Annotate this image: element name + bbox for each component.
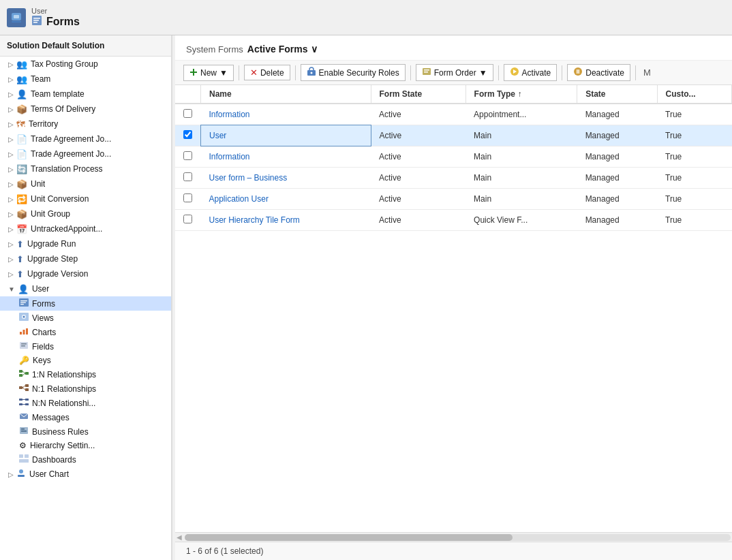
sidebar-item-user-chart[interactable]: ▷ User Chart [0, 467, 171, 482]
upgrade-version-icon: ⬆ [16, 269, 24, 279]
new-button[interactable]: New ▼ [183, 65, 234, 81]
svg-point-13 [23, 316, 25, 318]
user-label: User [31, 7, 80, 15]
sidebar-item-untracked[interactable]: ▷ 📅 UntrackedAppoint... [0, 221, 171, 236]
active-forms-dropdown[interactable]: Active Forms ∨ [247, 44, 318, 55]
svg-rect-15 [23, 330, 25, 335]
form-order-button[interactable]: Form Order ▼ [416, 64, 493, 81]
row-name-cell[interactable]: User form – Business [201, 168, 371, 189]
row-state-cell: Managed [577, 210, 657, 231]
sidebar-child-n1-relationships[interactable]: N:1 Relationships [0, 382, 171, 396]
scroll-thumb[interactable] [185, 534, 513, 541]
expand-arrow: ▷ [8, 76, 14, 83]
svg-point-43 [19, 469, 23, 473]
sidebar-item-upgrade-step[interactable]: ▷ ⬆ Upgrade Step [0, 251, 171, 266]
row-customizable-cell: True [657, 210, 731, 231]
data-table-area: Name Form State Form Type ↑ State Custo.… [175, 85, 732, 532]
row-checkbox-cell[interactable] [175, 210, 201, 231]
sidebar-item-territory[interactable]: ▷ 🗺 Territory [0, 116, 171, 131]
sidebar-child-keys[interactable]: 🔑 Keys [0, 354, 171, 367]
sidebar-item-trade-agreement-2[interactable]: ▷ 📄 Trade Agreement Jo... [0, 146, 171, 161]
row-checkbox[interactable] [183, 193, 192, 202]
sidebar-child-business-rules[interactable]: Business Rules [0, 424, 171, 439]
sidebar-item-tax-posting[interactable]: ▷ 👥 Tax Posting Group [0, 57, 171, 72]
row-checkbox[interactable] [183, 172, 192, 181]
row-checkbox[interactable] [183, 130, 192, 139]
sidebar-child-hierarchy-settings[interactable]: ⚙ Hierarchy Settin... [0, 439, 171, 452]
sidebar-child-views[interactable]: Views [0, 311, 171, 325]
row-form-state-cell: Active [371, 210, 466, 231]
row-checkbox[interactable] [183, 215, 192, 223]
row-checkbox[interactable] [183, 151, 192, 160]
forms-child-icon [19, 298, 29, 309]
sidebar-item-upgrade-run[interactable]: ▷ ⬆ Upgrade Run [0, 236, 171, 251]
svg-rect-14 [20, 332, 22, 335]
sidebar-item-unit-conversion[interactable]: ▷ 🔁 Unit Conversion [0, 191, 171, 206]
user-tree-icon: 👤 [18, 284, 29, 294]
expand-arrow: ▷ [8, 181, 14, 188]
sidebar-item-label: Unit Group [31, 209, 70, 219]
app-header: User Forms [0, 0, 732, 35]
row-checkbox-cell[interactable] [175, 168, 201, 189]
sidebar-item-unit-group[interactable]: ▷ 📦 Unit Group [0, 206, 171, 221]
row-checkbox-cell[interactable] [175, 125, 201, 146]
sidebar-item-label: Terms Of Delivery [31, 104, 95, 114]
expand-arrow: ▷ [8, 196, 14, 203]
svg-rect-19 [21, 345, 25, 347]
row-name-cell[interactable]: Application User [201, 189, 371, 210]
sidebar-child-1n-relationships[interactable]: 1:N Relationships [0, 367, 171, 382]
sidebar-child-fields[interactable]: Fields [0, 339, 171, 354]
row-checkbox-cell[interactable] [175, 104, 201, 125]
col-header-state[interactable]: State [577, 85, 657, 104]
deactivate-button[interactable]: Deactivate [567, 64, 630, 81]
sidebar-item-translation-process[interactable]: ▷ 🔄 Translation Process [0, 161, 171, 176]
col-header-name[interactable]: Name [201, 85, 371, 104]
svg-rect-30 [19, 399, 22, 401]
row-checkbox-cell[interactable] [175, 189, 201, 210]
sidebar-child-label: Forms [32, 299, 55, 309]
expand-arrow: ▷ [8, 240, 14, 248]
scroll-track[interactable] [185, 534, 731, 541]
svg-rect-54 [577, 69, 578, 74]
sidebar-child-nn-relationships[interactable]: N:N Relationshi... [0, 396, 171, 410]
delete-button[interactable]: ✕ Delete [244, 65, 290, 80]
table-row: Information Active Appointment... Manage… [175, 104, 732, 125]
sidebar-child-charts[interactable]: Charts [0, 325, 171, 339]
col-header-form-type[interactable]: Form Type ↑ [466, 85, 577, 104]
svg-rect-55 [579, 69, 580, 74]
row-name-cell[interactable]: Information [201, 146, 371, 168]
sidebar-item-terms-of-delivery[interactable]: ▷ 📦 Terms Of Delivery [0, 102, 171, 116]
dropdown-chevron-icon: ∨ [311, 44, 318, 55]
dashboards-icon [19, 454, 29, 465]
sidebar-child-dashboards[interactable]: Dashboards [0, 452, 171, 467]
row-name-cell[interactable]: User [201, 125, 371, 146]
activate-icon [510, 67, 519, 78]
row-name-cell[interactable]: Information [201, 104, 371, 125]
sidebar-item-user[interactable]: ▼ 👤 User [0, 281, 171, 296]
user-chart-icon [16, 469, 26, 480]
row-checkbox[interactable] [183, 109, 192, 118]
svg-line-29 [22, 388, 25, 390]
row-checkbox-cell[interactable] [175, 146, 201, 168]
col-header-customizable[interactable]: Custo... [657, 85, 731, 104]
sidebar-item-team[interactable]: ▷ 👥 Team [0, 72, 171, 87]
horizontal-scrollbar[interactable]: ◀ [175, 532, 732, 542]
sidebar-child-forms[interactable]: Forms [0, 296, 171, 311]
sidebar-item-upgrade-version[interactable]: ▷ ⬆ Upgrade Version [0, 266, 171, 281]
col-header-form-state[interactable]: Form State [371, 85, 466, 104]
sidebar: Solution Default Solution ▷ 👥 Tax Postin… [0, 35, 172, 560]
content-area: System Forms Active Forms ∨ New ▼ [175, 35, 732, 560]
row-form-state-cell: Active [371, 189, 466, 210]
toolbar-separator [295, 65, 296, 80]
sidebar-item-team-template[interactable]: ▷ 👤 Team template [0, 87, 171, 102]
sidebar-item-trade-agreement-1[interactable]: ▷ 📄 Trade Agreement Jo... [0, 131, 171, 146]
activate-button[interactable]: Activate [504, 64, 558, 81]
sidebar-child-label: Hierarchy Settin... [30, 441, 95, 450]
svg-rect-32 [25, 399, 29, 401]
business-rules-icon [19, 426, 29, 437]
sidebar-child-messages[interactable]: Messages [0, 410, 171, 424]
row-name-cell[interactable]: User Hierarchy Tile Form [201, 210, 371, 231]
sidebar-item-unit[interactable]: ▷ 📦 Unit [0, 176, 171, 191]
enable-security-button[interactable]: Enable Security Roles [301, 64, 406, 81]
scroll-left-arrow[interactable]: ◀ [177, 533, 182, 541]
